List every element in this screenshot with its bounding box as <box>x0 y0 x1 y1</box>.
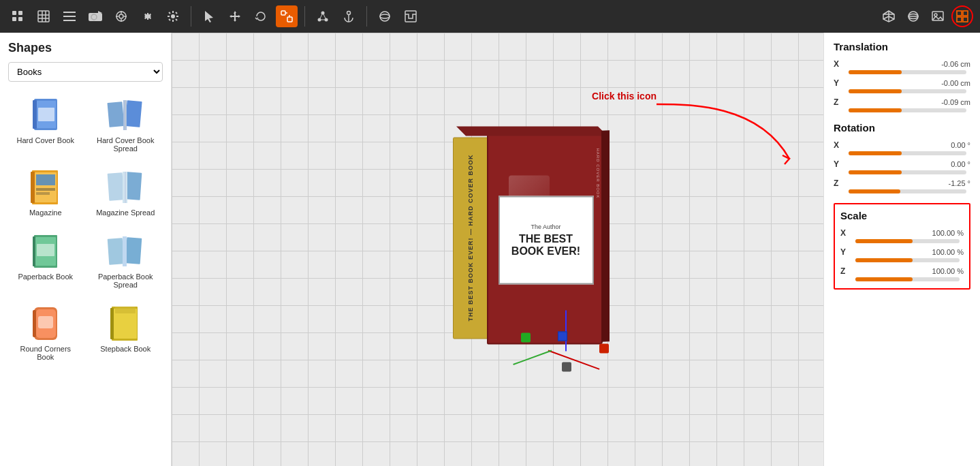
svg-line-26 <box>169 12 170 14</box>
scale-x-slider[interactable] <box>840 239 964 243</box>
rotation-z-label: Z <box>834 178 844 188</box>
shape-stepback-book-label: Stepback Book <box>100 345 151 353</box>
map-tool[interactable] <box>400 5 422 27</box>
transform-panel-icon[interactable] <box>951 5 973 27</box>
translation-z-row: Z -0.09 cm <box>834 97 970 107</box>
cube-view-icon[interactable] <box>878 5 900 27</box>
scale-tool[interactable] <box>276 5 298 27</box>
move-tool[interactable] <box>224 5 246 27</box>
svg-rect-61 <box>38 108 54 121</box>
scale-y-slider[interactable] <box>840 258 964 262</box>
shape-paperback-book-spread-label: Paperback Book Spread <box>91 273 161 289</box>
rotation-z-track[interactable] <box>849 189 966 193</box>
svg-rect-57 <box>963 17 968 22</box>
scale-z-slider[interactable] <box>840 277 964 281</box>
separator-1 <box>191 6 191 27</box>
shape-paperback-book[interactable]: Paperback Book <box>8 228 83 294</box>
svg-rect-88 <box>110 308 114 339</box>
book-front: HARD COVER BOOK The Author THE BEST BOOK… <box>487 134 603 345</box>
shape-hard-cover-book-spread-label: Hard Cover Book Spread <box>91 136 161 153</box>
translation-y-slider[interactable] <box>834 89 970 93</box>
grid-icon[interactable] <box>33 5 54 27</box>
rotation-z-slider[interactable] <box>834 189 970 193</box>
camera-icon[interactable] <box>84 5 106 27</box>
rotation-y-track[interactable] <box>849 170 966 174</box>
right-panel: Translation X -0.06 cm Y -0.00 cm <box>823 33 980 466</box>
shape-hard-cover-book-spread-icon <box>107 97 144 134</box>
svg-point-43 <box>380 14 390 18</box>
shapes-sidebar: Shapes Books Hard Cover Book <box>0 33 172 466</box>
svg-line-27 <box>176 19 177 20</box>
shape-paperback-book-icon <box>27 233 64 270</box>
scale-x-track[interactable] <box>855 239 960 243</box>
translation-z-value: -0.09 cm <box>941 98 970 106</box>
svg-rect-84 <box>33 310 36 337</box>
handle-gray[interactable] <box>562 362 571 372</box>
shape-magazine-spread[interactable]: Magazine Spread <box>89 164 163 222</box>
shape-round-corners-book[interactable]: Round Corners Book <box>8 300 83 367</box>
canvas-area[interactable]: THE BEST BOOK EVER! — HARD COVER BOOK HA… <box>172 33 823 466</box>
svg-rect-70 <box>36 188 55 191</box>
rotate-tool[interactable] <box>250 5 272 27</box>
rotation-y-slider[interactable] <box>834 170 970 174</box>
translation-x-value: -0.06 cm <box>941 60 970 68</box>
translation-y-value: -0.00 cm <box>941 79 970 87</box>
translation-x-row: X -0.06 cm <box>834 59 970 69</box>
book-title-label: The Author THE BEST BOOK EVER! <box>499 196 594 285</box>
svg-rect-0 <box>12 11 16 15</box>
separator-2 <box>304 6 305 27</box>
rotation-group: Rotation X 0.00 ° Y 0.00 ° <box>834 122 970 193</box>
apps-icon[interactable] <box>7 5 29 27</box>
scale-y-track[interactable] <box>855 258 960 262</box>
axis-cube <box>558 332 567 341</box>
sun-icon[interactable] <box>162 5 184 27</box>
photo-view-icon[interactable] <box>927 5 949 27</box>
svg-rect-1 <box>18 11 22 15</box>
translation-x-slider[interactable] <box>834 70 970 74</box>
category-select[interactable]: Books <box>8 62 163 82</box>
svg-rect-67 <box>31 172 35 203</box>
shape-hard-cover-book[interactable]: Hard Cover Book <box>8 91 83 158</box>
translation-z-label: Z <box>834 97 844 107</box>
book-3d: THE BEST BOOK EVER! — HARD COVER BOOK HA… <box>453 134 603 345</box>
axis-y <box>565 311 567 352</box>
handle-red[interactable] <box>599 344 609 354</box>
translation-y-track[interactable] <box>849 89 966 93</box>
handle-green[interactable] <box>521 333 531 343</box>
rotation-x-track[interactable] <box>849 151 966 155</box>
svg-rect-30 <box>281 11 285 15</box>
shape-stepback-book[interactable]: Stepback Book <box>89 300 163 367</box>
target-icon[interactable] <box>110 5 132 27</box>
shape-paperback-book-spread[interactable]: Paperback Book Spread <box>89 228 163 294</box>
orbit-tool[interactable] <box>374 5 396 27</box>
translation-x-track[interactable] <box>849 70 966 74</box>
rotation-x-slider[interactable] <box>834 151 970 155</box>
translation-z-track[interactable] <box>849 108 966 112</box>
shape-magazine[interactable]: Magazine <box>8 164 83 222</box>
select-tool[interactable] <box>198 5 220 27</box>
menu-icon[interactable] <box>59 5 80 27</box>
toolbar <box>0 0 980 33</box>
scale-z-track[interactable] <box>855 277 960 281</box>
translation-z-slider[interactable] <box>834 108 970 112</box>
translation-group: Translation X -0.06 cm Y -0.00 cm <box>834 41 970 112</box>
sphere-view-icon[interactable] <box>902 5 924 27</box>
settings-icon[interactable] <box>136 5 158 27</box>
svg-rect-4 <box>38 11 49 22</box>
translation-title: Translation <box>834 41 970 52</box>
svg-rect-81 <box>125 237 142 264</box>
book-right-face <box>601 130 610 342</box>
svg-rect-86 <box>38 316 53 328</box>
scale-title: Scale <box>840 210 964 221</box>
anchor-tool[interactable] <box>338 5 360 27</box>
svg-rect-69 <box>36 174 55 185</box>
vertex-tool[interactable] <box>312 5 334 27</box>
translation-x-fill <box>849 70 902 74</box>
shape-hard-cover-book-spread[interactable]: Hard Cover Book Spread <box>89 91 163 158</box>
svg-rect-9 <box>63 12 76 13</box>
book-3d-container[interactable]: THE BEST BOOK EVER! — HARD COVER BOOK HA… <box>453 134 603 345</box>
svg-rect-59 <box>33 100 37 129</box>
scale-z-value: 100.00 % <box>932 267 964 275</box>
scale-z-fill <box>855 277 913 281</box>
separator-3 <box>366 6 367 27</box>
